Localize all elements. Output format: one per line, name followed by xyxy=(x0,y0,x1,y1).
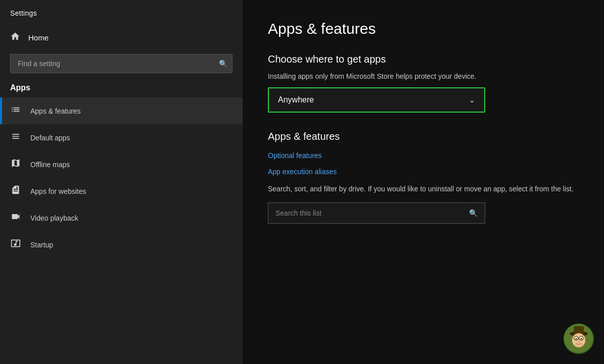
video-playback-icon xyxy=(10,212,21,224)
avatar xyxy=(564,324,594,354)
list-search-input[interactable] xyxy=(275,209,469,217)
sidebar-item-offline-maps[interactable]: Offline maps xyxy=(0,151,243,178)
apps-features-section: Apps & features Optional features App ex… xyxy=(268,131,579,224)
settings-title: Settings xyxy=(0,0,243,25)
svg-rect-2 xyxy=(574,326,584,334)
avatar-image xyxy=(564,324,594,354)
startup-icon xyxy=(10,238,21,251)
apps-features-icon xyxy=(10,105,21,117)
list-search-icon: 🔍 xyxy=(469,209,478,217)
choose-heading: Choose where to get apps xyxy=(268,54,579,65)
home-nav-item[interactable]: Home xyxy=(0,25,243,50)
sidebar: Settings Home 🔍 Apps Apps & features Def… xyxy=(0,0,243,364)
startup-label: Startup xyxy=(30,241,53,249)
filter-description: Search, sort, and filter by drive. If yo… xyxy=(268,184,579,194)
section-label: Apps xyxy=(0,81,243,97)
page-title: Apps & features xyxy=(268,20,579,37)
default-apps-icon xyxy=(10,131,21,144)
home-icon xyxy=(10,31,20,44)
chevron-down-icon: ⌄ xyxy=(469,96,475,104)
optional-features-link[interactable]: Optional features xyxy=(268,151,579,160)
app-execution-aliases-link[interactable]: App execution aliases xyxy=(268,168,579,176)
home-label: Home xyxy=(28,33,49,42)
default-apps-label: Default apps xyxy=(30,134,70,142)
sidebar-item-default-apps[interactable]: Default apps xyxy=(0,124,243,151)
install-source-dropdown[interactable]: Anywhere ⌄ xyxy=(268,87,485,113)
video-playback-label: Video playback xyxy=(30,214,78,222)
list-search-box[interactable]: 🔍 xyxy=(268,202,485,224)
sidebar-item-apps-websites[interactable]: Apps for websites xyxy=(0,178,243,204)
find-setting-input[interactable] xyxy=(10,54,233,73)
offline-maps-label: Offline maps xyxy=(30,161,70,169)
apps-websites-icon xyxy=(10,185,21,197)
dropdown-value: Anywhere xyxy=(278,95,314,105)
sidebar-item-apps-features[interactable]: Apps & features xyxy=(0,97,243,124)
svg-point-9 xyxy=(574,343,583,347)
svg-point-6 xyxy=(576,338,577,340)
choose-description: Installing apps only from Microsoft Stor… xyxy=(268,72,579,80)
apps-features-label: Apps & features xyxy=(30,107,81,115)
find-setting-search-box[interactable]: 🔍 xyxy=(10,54,233,73)
sidebar-item-startup[interactable]: Startup xyxy=(0,231,243,258)
svg-point-8 xyxy=(578,341,580,342)
svg-point-7 xyxy=(581,338,582,340)
offline-maps-icon xyxy=(10,158,21,171)
main-content: Apps & features Choose where to get apps… xyxy=(243,0,604,364)
apps-features-title: Apps & features xyxy=(268,131,579,142)
apps-websites-label: Apps for websites xyxy=(30,187,86,195)
sidebar-item-video-playback[interactable]: Video playback xyxy=(0,204,243,231)
